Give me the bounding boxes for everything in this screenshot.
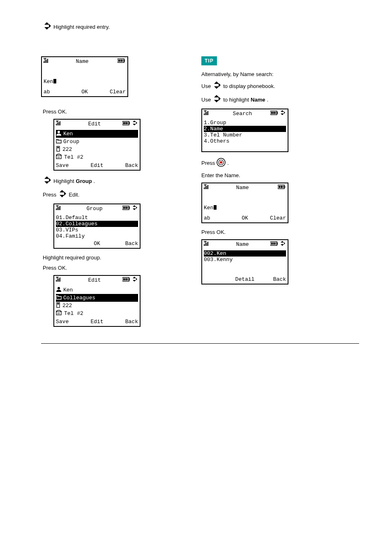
signal-icon xyxy=(56,277,67,284)
softkey-center[interactable]: OK xyxy=(71,89,99,95)
signal-icon xyxy=(56,120,67,127)
nav-icon xyxy=(212,81,221,91)
softkey-right[interactable]: Back xyxy=(111,241,138,246)
list-row[interactable]: 4.Others xyxy=(204,138,286,144)
nav-icon xyxy=(43,176,52,186)
list-row[interactable]: Tel #2 xyxy=(56,310,138,317)
softkey-right[interactable]: Back xyxy=(111,163,138,168)
tip-badge-row: TIP xyxy=(201,56,353,65)
softkey-left[interactable]: Save xyxy=(56,319,83,324)
list-row[interactable]: 003.Kenny xyxy=(204,257,286,263)
battery-icon xyxy=(270,111,279,117)
row-text: 01.Default xyxy=(56,215,88,220)
scroll-icon xyxy=(279,110,286,117)
softkey-left[interactable]: Save xyxy=(56,163,83,168)
list-row[interactable]: 1.Group xyxy=(204,120,286,126)
list-row[interactable]: 002.Ken xyxy=(204,250,286,257)
row-text: 003.Kenny xyxy=(204,257,233,262)
list-row[interactable]: Ken xyxy=(56,130,138,138)
softkey-center[interactable]: Edit xyxy=(83,163,111,168)
mobile-icon xyxy=(56,146,61,153)
row-text: 4.Others xyxy=(204,139,229,144)
list-row[interactable]: 3.Tel Number xyxy=(204,132,286,138)
cursor-caret xyxy=(214,205,217,210)
screen-title: Edit xyxy=(67,278,122,283)
hint-press-nav-edit: Press Edit. xyxy=(43,190,193,199)
nav-icon xyxy=(43,22,52,32)
row-text: 222 xyxy=(62,303,72,308)
softkey-right[interactable]: Clear xyxy=(98,89,126,95)
enter-key-icon xyxy=(217,158,226,168)
scroll-icon xyxy=(131,277,138,284)
cursor-caret xyxy=(53,79,56,83)
screen-title: Name xyxy=(55,59,109,64)
screen-search-menu: Search 1.Group 2.Name 3.Tel Number 4.Oth… xyxy=(201,109,288,152)
softkey-left xyxy=(204,277,231,282)
softkey-left xyxy=(56,241,83,246)
softkey-left[interactable]: ab xyxy=(44,89,71,95)
screen-group-list: Group 01.Default 02.Colleagues 03.VIPs 0… xyxy=(53,204,141,249)
list-row[interactable]: Ken xyxy=(56,286,138,294)
mobile-icon xyxy=(56,302,61,309)
list-row[interactable]: 03.VIPs xyxy=(56,227,138,233)
list-row xyxy=(204,269,286,275)
screen-title: Name xyxy=(215,185,270,190)
list-row[interactable]: 04.Family xyxy=(56,233,138,239)
scroll-icon xyxy=(131,205,138,212)
footer-rule xyxy=(41,343,359,344)
list-row[interactable]: 222 xyxy=(56,302,138,310)
row-text: 1.Group xyxy=(204,120,226,125)
tip-step-use-phonebook: Use to display phonebook. xyxy=(201,81,353,91)
person-icon xyxy=(56,287,62,294)
list-row[interactable]: Colleagues xyxy=(56,294,138,302)
screen-title: Search xyxy=(215,111,270,116)
softkey-right[interactable]: Clear xyxy=(258,215,286,221)
row-text: Ken xyxy=(63,131,73,136)
tip-step-press-ok: Press OK. xyxy=(201,229,353,235)
softkey-center[interactable]: OK xyxy=(83,241,111,246)
scroll-icon xyxy=(279,241,286,248)
input-value[interactable]: Ken xyxy=(44,79,53,85)
row-text: Colleagues xyxy=(63,295,95,301)
hint-press-ok-2: Press OK. xyxy=(43,265,193,271)
nav-icon xyxy=(212,95,221,104)
battery-icon xyxy=(122,206,131,212)
screen-name-results: Name 002.Ken 003.Kenny Detail Back xyxy=(201,239,288,284)
row-text: 2.Name xyxy=(204,126,223,132)
row-text: Tel #2 xyxy=(64,311,83,316)
softkey-center[interactable]: Edit xyxy=(83,319,111,324)
row-text: 002.Ken xyxy=(204,251,226,256)
softkey-right[interactable]: Back xyxy=(258,277,286,282)
softkey-center[interactable]: OK xyxy=(231,215,259,221)
screen-title: Name xyxy=(215,242,270,247)
battery-icon xyxy=(270,241,279,247)
signal-icon xyxy=(204,184,215,191)
phone2-icon xyxy=(56,310,62,317)
softkey-center[interactable]: Detail xyxy=(231,277,259,282)
signal-icon xyxy=(44,58,55,65)
list-row[interactable]: 01.Default xyxy=(56,215,138,221)
list-row[interactable]: Tel #2 xyxy=(56,153,138,161)
softkey-right[interactable]: Back xyxy=(111,319,138,324)
screen-edit-contact: Edit Ken Group xyxy=(53,119,141,171)
list-row[interactable]: 222 xyxy=(56,146,138,153)
tip-step-highlight-name: Use to highlight Name. xyxy=(201,95,353,104)
tip-badge: TIP xyxy=(201,56,217,65)
scroll-icon xyxy=(131,120,138,127)
list-row[interactable]: 2.Name xyxy=(204,126,286,132)
row-text: 222 xyxy=(62,147,72,152)
row-text: 03.VIPs xyxy=(56,227,78,233)
list-row xyxy=(204,144,286,150)
folder-icon xyxy=(56,138,62,145)
screen-name-input: Name Ken ab OK Clear xyxy=(41,56,128,97)
signal-icon xyxy=(204,110,215,117)
row-text: 04.Family xyxy=(56,234,85,239)
softkey-left[interactable]: ab xyxy=(204,215,231,221)
list-row[interactable]: 02.Colleagues xyxy=(56,221,138,227)
screen-name-input-2: Name Ken ab OK Clear xyxy=(201,183,288,223)
signal-icon xyxy=(204,241,215,248)
list-row xyxy=(204,263,286,269)
screen-title: Edit xyxy=(67,121,122,127)
input-value[interactable]: Ken xyxy=(204,205,213,211)
list-row[interactable]: Group xyxy=(56,138,138,146)
